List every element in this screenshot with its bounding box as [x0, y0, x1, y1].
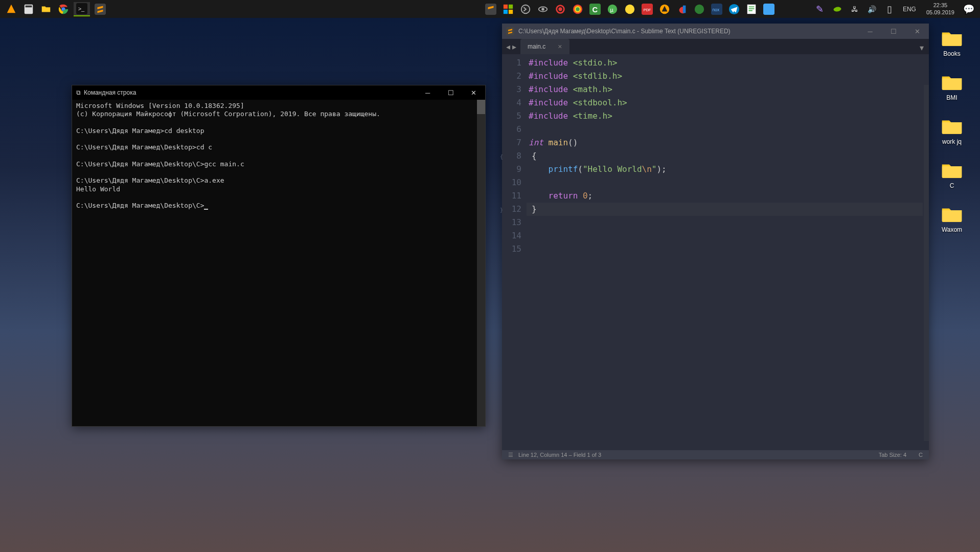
code-area[interactable]: #include <stdio.h> #include <stdlib.h> #…	[527, 54, 929, 450]
tray-aimp-icon[interactable]	[657, 2, 672, 16]
cmd-scroll-thumb[interactable]	[477, 100, 485, 114]
desktop-folder-c[interactable]: C	[934, 161, 970, 189]
tab-dropdown-icon[interactable]: ▾	[920, 43, 924, 53]
cmd-line: (c) Корпорация Майкрософт (Microsoft Cor…	[76, 110, 380, 118]
tray-pen-icon[interactable]: ✎	[813, 2, 827, 16]
code-line: #include <time.h>	[529, 109, 929, 123]
sublime-close-button[interactable]: ✕	[905, 24, 929, 39]
cmd-line: C:\Users\Дядя Магамед\Desktop\C>	[76, 202, 204, 209]
line-number: 6	[502, 123, 521, 136]
tray-nvidia-icon[interactable]	[830, 2, 845, 16]
desktop-folder-label: BMI	[946, 94, 957, 101]
cmd-minimize-button[interactable]: ─	[416, 85, 439, 100]
cmd-body[interactable]: Microsoft Windows [Version 10.0.18362.29…	[72, 100, 485, 426]
taskbar-left: >_	[4, 2, 107, 16]
cmd-maximize-button[interactable]: ☐	[439, 85, 462, 100]
code-line: #include <stdio.h>	[529, 56, 929, 70]
desktop-icons: Books BMI work jq C Waxom	[934, 29, 970, 233]
desktop-folder-books[interactable]: Books	[934, 29, 970, 57]
sublime-tab-mainc[interactable]: main.c ×	[520, 39, 569, 54]
tray-rainbow-icon[interactable]	[571, 2, 585, 16]
tray-network-icon[interactable]: 🖧	[848, 2, 862, 16]
sublime-maximize-button[interactable]: ☐	[882, 24, 905, 39]
line-number: 4	[502, 96, 521, 109]
editor-scrollbar[interactable]	[924, 85, 929, 441]
sublime-titlebar[interactable]: C:\Users\Дядя Магамед\Desktop\C\main.c -…	[502, 24, 929, 39]
svg-text:nox: nox	[713, 7, 720, 12]
svg-point-19	[576, 7, 579, 11]
cmd-line: Hello World	[76, 185, 120, 193]
cmd-line: C:\Users\Дядя Магамед>cd desktop	[76, 127, 204, 135]
code-line: int main()	[529, 136, 929, 149]
code-line	[529, 216, 929, 229]
line-number: 8	[502, 149, 521, 163]
desktop-folder-bmi[interactable]: BMI	[934, 73, 970, 101]
desktop-folder-waxom[interactable]: Waxom	[934, 205, 970, 233]
status-tabsize[interactable]: Tab Size: 4	[879, 452, 906, 458]
line-number: 9	[502, 163, 521, 176]
taskbar-chrome-icon[interactable]	[56, 2, 71, 16]
cmd-close-button[interactable]: ✕	[462, 85, 485, 100]
tray-language[interactable]: ENG	[900, 6, 919, 13]
desktop-folder-label: C	[950, 182, 954, 189]
desktop-folder-label: Waxom	[942, 226, 962, 233]
svg-point-24	[625, 4, 634, 13]
tray-volume-icon[interactable]: 🔊	[865, 2, 879, 16]
desktop-folder-workjq[interactable]: work jq	[934, 117, 970, 145]
sublime-editor[interactable]: 1 2 3 4 5 6 7 8 9 10 11 12 13 14 15 #inc…	[502, 54, 929, 450]
tray-ms-icon[interactable]	[501, 2, 515, 16]
cmd-cursor	[204, 209, 208, 210]
code-line: return 0;	[529, 189, 929, 203]
tab-nav-back-icon[interactable]: ◂	[506, 42, 510, 52]
sublime-statusbar: ☰ Line 12, Column 14 – Field 1 of 3 Tab …	[502, 450, 929, 459]
cmd-title: Командная строка	[84, 89, 136, 96]
taskbar-app-icon[interactable]	[4, 2, 18, 16]
taskbar-explorer-icon[interactable]	[39, 2, 53, 16]
tray-clock[interactable]: 22:35 05.09.2019	[922, 2, 959, 15]
tray-yellow-icon[interactable]	[623, 2, 637, 16]
clock-date: 05.09.2019	[926, 9, 954, 16]
sublime-tabbar: ◂ ▸ main.c × ▾	[502, 39, 929, 54]
tray-battery-icon[interactable]: ▯	[882, 2, 897, 16]
tray-ccleaner-icon[interactable]	[675, 2, 689, 16]
fold-close-icon[interactable]: }	[500, 207, 503, 213]
desktop-folder-label: Books	[943, 50, 960, 57]
tray-camtasia-icon[interactable]: C	[588, 2, 602, 16]
code-line: #include <stdlib.h>	[529, 70, 929, 83]
cmd-icon: ⧉	[76, 89, 81, 96]
taskbar-calc-icon[interactable]	[21, 2, 36, 16]
status-syntax[interactable]: C	[919, 452, 923, 458]
tray-sublime-icon[interactable]	[484, 2, 498, 16]
tab-label: main.c	[528, 43, 545, 50]
cmd-scrollbar[interactable]	[477, 100, 485, 426]
status-position[interactable]: Line 12, Column 14 – Field 1 of 3	[518, 452, 601, 458]
taskbar-terminal-icon[interactable]: >_	[74, 2, 90, 16]
code-line: {{	[529, 149, 929, 163]
tab-nav-forward-icon[interactable]: ▸	[512, 42, 516, 52]
svg-rect-5	[95, 4, 106, 15]
tab-close-icon[interactable]: ×	[558, 42, 562, 51]
tray-notifications-icon[interactable]: 💬	[962, 2, 976, 16]
fold-open-icon[interactable]: {	[500, 154, 503, 160]
cmd-titlebar[interactable]: ⧉ Командная строка ─ ☐ ✕	[72, 85, 485, 100]
svg-point-15	[558, 7, 562, 11]
line-number: 13	[502, 216, 521, 229]
svg-text:µ: µ	[610, 6, 613, 12]
tray-dark-icon[interactable]	[692, 2, 706, 16]
tray-eye-icon[interactable]	[536, 2, 550, 16]
status-menu-icon[interactable]: ☰	[508, 452, 513, 458]
tray-circle-icon[interactable]	[518, 2, 533, 16]
tray-pdf-icon[interactable]: PDF	[640, 2, 654, 16]
sublime-minimize-button[interactable]: ─	[858, 24, 882, 39]
sublime-title: C:\Users\Дядя Магамед\Desktop\C\main.c -…	[518, 28, 731, 35]
tray-telegram-icon[interactable]	[727, 2, 741, 16]
cmd-line: C:\Users\Дядя Магамед\Desktop>cd c	[76, 143, 212, 151]
tray-record-icon[interactable]	[553, 2, 567, 16]
tray-blue-icon[interactable]	[762, 2, 776, 16]
svg-rect-6	[485, 4, 496, 15]
line-number: 15	[502, 242, 521, 256]
tray-torrent-icon[interactable]: µ	[605, 2, 620, 16]
tray-nox-icon[interactable]: nox	[710, 2, 724, 16]
taskbar-sublime-icon[interactable]	[93, 2, 107, 16]
tray-notepad-icon[interactable]	[744, 2, 759, 16]
